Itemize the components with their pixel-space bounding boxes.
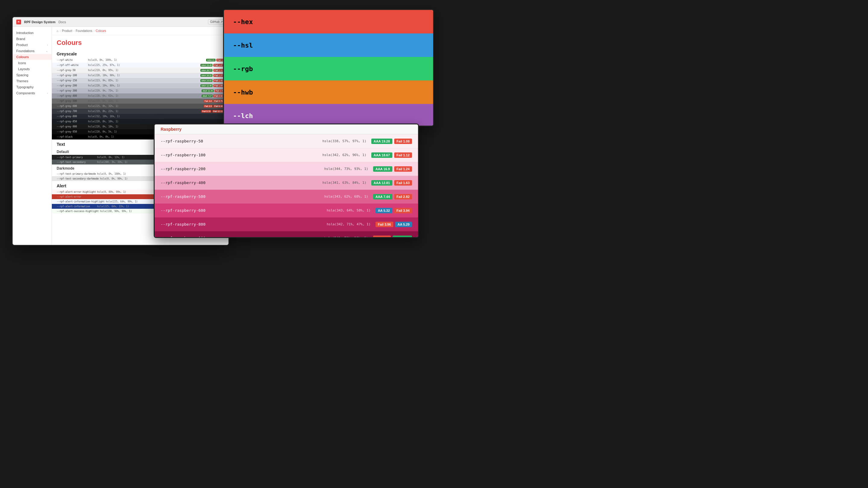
color-formats-panel: --hex--hsl--rgb--hwb--lch [223,9,434,127]
color-name: --rpf-grey-300 [57,90,87,92]
raspberry-color-row: --rpf-raspberry-200hsla(344, 73%, 93%, 1… [155,162,418,176]
color-name: --rpf-grey-700 [57,110,87,113]
fail-badge: Fail 2.92 [213,95,224,97]
raspberry-color-value: hsla(343, 62%, 68%, 1) [227,195,368,198]
color-row: --rpf-grey-700hsla(219, 8%, 22%, 1)Fail … [52,109,228,114]
raspberry-aaa-badge: Fail 2.75 [373,235,391,238]
color-row: --rpf-grey-600hsla(225, 0%, 32%, 1)Fail … [52,104,228,109]
fail-badge: Fail 1.43 [213,79,224,82]
raspberry-aaa-badge: AAA 19.28 [371,138,393,144]
raspberry-color-name: --rpf-raspberry-400 [161,181,227,185]
color-name: --rpf-grey-950 [57,130,87,133]
aaa-badge: AAA 7.17 [202,95,213,97]
sidebar-item-components[interactable]: Components › [13,90,52,96]
color-row: --rpf-grey-200hsla(220, 10%, 80%, 1)AAA … [52,83,228,88]
raspberry-color-name: --rpf-raspberry-600 [161,208,227,213]
color-name: --rpf-white [57,59,87,61]
raspberry-color-value: hsla(342, 71%, 47%, 1) [227,222,371,226]
raspberry-color-value: hsla(344, 73%, 93%, 1) [227,167,368,171]
color-row: --rpf-grey-800hsla(232, 10%, 16%, 1) [52,114,228,119]
raspberry-window: Raspberry --rpf-raspberry-50hsla(338, 57… [154,124,419,238]
sidebar-item-typography[interactable]: Typography [13,84,52,90]
color-format-block: --hsl [224,33,433,57]
color-badges: Fail 5.72Fail 12.11 [201,110,224,113]
sidebar-item-colours[interactable]: Colours [13,54,52,60]
raspberry-title: Raspberry [155,124,418,134]
color-badges: Fail 3.8Fail 5.79 [204,100,224,102]
color-format-block: --rgb [224,57,433,80]
text-color-name: --rpf-text-secondary-darkmode [57,177,99,180]
raspberry-color-row: --rpf-raspberry-50hsla(338, 57%, 97%, 1)… [155,134,418,148]
raspberry-aaa-badge: AAA 16.9 [373,166,393,172]
raspberry-aaa-badge: AAA 18.67 [371,153,393,158]
sidebar-item-layouts[interactable]: Layouts [13,66,52,72]
raspberry-fail-badge: Fail 2.82 [394,194,412,199]
color-badges: AAA 16.32Fail 1.27 [200,74,224,77]
color-format-block: --lch [224,104,433,127]
color-value: hsla(225, 0%, 32%, 1) [88,105,203,107]
color-name: --rpf-grey-600 [57,105,87,107]
color-format-block: --hex [224,10,433,33]
aaa-badge: AAA 21 [206,59,216,61]
text-color-name: --rpf-alert-error-highlight [57,191,96,193]
raspberry-color-name: --rpf-raspberry-900 [161,236,227,238]
color-value: hsla(232, 10%, 16%, 1) [88,115,222,118]
sidebar-item-brand[interactable]: Brand [13,36,52,42]
raspberry-color-name: --rpf-raspberry-500 [161,194,227,199]
fail-badge: Fail 1.65 [213,84,224,87]
raspberry-badges: AAA 7.44Fail 2.82 [373,194,412,199]
aaa-badge: Fail 2.9 [204,105,213,107]
window-titlebar: R RPF Design System Docs GitHub ↗ [13,17,228,27]
color-badges: AAA 19.49Fail 1.07 [200,64,224,67]
color-name: --rpf-grey-500 [57,100,87,102]
aaa-badge: AAA 19.49 [200,64,213,67]
color-format-label: --rgb [233,65,253,73]
raspberry-aaa-badge: AAA 12.81 [371,180,393,186]
sidebar-item-product[interactable]: Product › [13,42,52,48]
sidebar-item-foundations[interactable]: Foundations ⌄ [13,48,52,54]
color-value: hsla(229, 9%, 75%, 1) [88,90,200,92]
fail-badge: Fail 12.11 [212,110,224,113]
raspberry-badges: AAA 16.9Fail 1.24 [373,166,412,172]
color-name: --rpf-grey-50 [57,69,87,72]
raspberry-fail-badge: Fail 3.94 [394,208,412,213]
color-name: --rpf-grey-900 [57,125,87,128]
raspberry-color-value: hsla(341, 63%, 84%, 1) [227,181,367,185]
color-value: hsla(0, 0%, 100%, 1) [88,59,205,61]
chevron-right-icon: › [47,44,48,46]
raspberry-color-value: hsla(342, 62%, 96%, 1) [227,153,367,157]
sidebar-item-introduction[interactable]: Introduction [13,30,52,36]
color-value: hsla(220, 10%, 90%, 1) [88,74,199,77]
raspberry-color-row: --rpf-raspberry-800hsla(342, 71%, 47%, 1… [155,218,418,231]
text-color-name: --rpf-text-primary [57,156,96,159]
docs-label: Docs [59,20,66,24]
sidebar-item-icons[interactable]: Icons [13,60,52,66]
sidebar-item-themes[interactable]: Themes [13,78,52,84]
sidebar: Introduction Brand Product › Foundations… [13,27,52,245]
color-format-label: --hwb [233,89,253,96]
sidebar-item-spacing[interactable]: Spacing [13,72,52,78]
raspberry-color-value: hsla(338, 57%, 97%, 1) [227,139,367,143]
raspberry-fail-badge: Fail 1.12 [394,153,412,158]
chevron-down-icon: ⌄ [46,50,48,53]
raspberry-fail-badge: Fail 1.24 [394,166,412,172]
color-value: hsla(220, 6%, 61%, 1) [88,95,200,97]
color-name: --rpf-black [57,135,87,138]
section-greyscale: Greyscale [52,49,228,58]
text-color-name: --rpf-text-primary-darkmode [57,173,96,175]
color-value: hsla(220, 8%, 10%, 1) [88,120,222,123]
github-link[interactable]: GitHub ↗ [208,19,225,24]
color-value: hsla(225, 0%, 42%, 1) [88,100,203,102]
raspberry-color-name: --rpf-raspberry-200 [161,167,227,171]
color-row: --rpf-whitehsla(0, 0%, 100%, 1)AAA 21Fai… [52,58,228,63]
color-name: --rpf-grey-200 [57,84,87,87]
color-value: hsla(223, 9%, 85%, 1) [88,79,199,82]
color-name: --rpf-grey-800 [57,115,87,118]
color-badges: AAA 21Fail 1 [206,59,224,61]
aaa-badge: AAA 16.32 [200,74,213,77]
color-name: --rpf-grey-150 [57,79,87,82]
raspberry-color-value: hsla(343, 64%, 58%, 1) [227,208,371,213]
raspberry-fail-badge: AAA 7.63 [393,235,412,238]
breadcrumb: ⌂ › Product › Foundations › Colours [52,27,228,35]
raspberry-badges: AAA 19.28Fail 1.08 [371,138,412,144]
